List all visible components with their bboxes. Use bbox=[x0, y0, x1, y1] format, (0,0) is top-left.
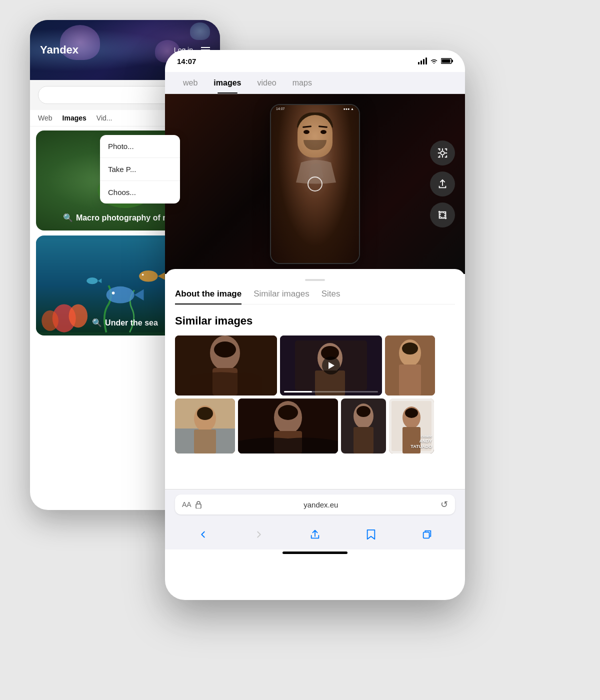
svg-point-40 bbox=[214, 342, 236, 358]
main-image-area: 14:07 ●●● ▲ bbox=[165, 94, 465, 274]
tab-web[interactable]: web bbox=[175, 72, 206, 94]
refresh-button[interactable]: ↺ bbox=[440, 499, 448, 510]
photo-dropdown: Photo... Take P... Choos... bbox=[100, 135, 180, 204]
similar-image-4[interactable] bbox=[175, 398, 235, 454]
eye-right bbox=[320, 130, 326, 134]
svg-point-30 bbox=[142, 274, 144, 276]
svg-point-22 bbox=[42, 310, 58, 331]
video-progress-bar bbox=[284, 391, 378, 392]
inner-phone-frame: 14:07 ●●● ▲ bbox=[270, 104, 360, 264]
play-overlay-2 bbox=[280, 336, 382, 396]
tab-sites[interactable]: Sites bbox=[322, 289, 340, 304]
bookmarks-button[interactable] bbox=[360, 524, 382, 546]
result-tabs: About the image Similar images Sites bbox=[175, 289, 455, 304]
aa-button[interactable]: AA bbox=[182, 500, 192, 508]
header-actions: Log in bbox=[174, 46, 210, 54]
magazine-text: cidade ANDY TATUADO bbox=[410, 434, 432, 450]
svg-point-28 bbox=[139, 270, 158, 282]
browser-tabs: web images video maps bbox=[165, 72, 465, 94]
share-nav-button[interactable] bbox=[304, 524, 326, 546]
svg-point-67 bbox=[405, 408, 418, 418]
image-row-1 bbox=[175, 336, 455, 396]
image-row-2: cidade ANDY TATUADO bbox=[175, 398, 455, 454]
similar-images-title: Similar images bbox=[175, 314, 455, 328]
status-icons bbox=[418, 58, 453, 64]
eye-left bbox=[304, 130, 310, 134]
browser-nav-bar bbox=[165, 520, 465, 550]
svg-rect-34 bbox=[452, 60, 454, 62]
signal-icon bbox=[418, 58, 427, 64]
back-button[interactable] bbox=[192, 524, 214, 546]
status-bar: 14:07 bbox=[165, 50, 465, 72]
dropdown-photo[interactable]: Photo... bbox=[100, 135, 180, 158]
login-button[interactable]: Log in bbox=[174, 46, 193, 54]
menu-icon[interactable] bbox=[201, 47, 210, 53]
face-skin bbox=[298, 115, 332, 158]
browser-bottom: AA yandex.eu ↺ bbox=[165, 489, 465, 520]
url-text[interactable]: yandex.eu bbox=[206, 500, 436, 509]
inner-status-bar: 14:07 ●●● ▲ bbox=[276, 107, 354, 110]
home-indicator[interactable] bbox=[282, 552, 348, 554]
svg-point-36 bbox=[440, 151, 444, 154]
scan-button[interactable] bbox=[430, 140, 455, 166]
similar-image-6[interactable] bbox=[341, 398, 386, 454]
similar-image-5[interactable] bbox=[238, 398, 338, 454]
play-button-2[interactable] bbox=[322, 356, 340, 374]
similar-image-1[interactable] bbox=[175, 336, 277, 396]
similar-images-grid: cidade ANDY TATUADO bbox=[175, 336, 455, 454]
svg-rect-37 bbox=[440, 212, 444, 217]
share-button[interactable] bbox=[430, 172, 455, 196]
dropdown-choose[interactable]: Choos... bbox=[100, 181, 180, 204]
svg-rect-69 bbox=[196, 504, 201, 508]
similar-image-7[interactable]: cidade ANDY TATUADO bbox=[389, 398, 434, 454]
svg-point-27 bbox=[112, 292, 115, 294]
target-circle bbox=[308, 176, 322, 192]
svg-rect-50 bbox=[399, 364, 421, 396]
similar-image-3[interactable] bbox=[385, 336, 435, 396]
nav-video[interactable]: Vid... bbox=[96, 114, 112, 122]
tab-similar-images[interactable]: Similar images bbox=[254, 289, 309, 304]
status-time: 14:07 bbox=[177, 57, 196, 66]
tabs-button[interactable] bbox=[416, 524, 438, 546]
portrait-image: 14:07 ●●● ▲ bbox=[271, 105, 359, 263]
dropdown-take-photo[interactable]: Take P... bbox=[100, 158, 180, 181]
svg-point-54 bbox=[197, 407, 213, 420]
yandex-logo: Yandex bbox=[40, 44, 78, 56]
svg-rect-70 bbox=[424, 532, 430, 538]
nav-images[interactable]: Images bbox=[62, 114, 86, 122]
battery-icon bbox=[441, 58, 453, 64]
beard bbox=[304, 140, 326, 150]
wifi-icon bbox=[430, 58, 438, 64]
front-phone: 14:07 web images video maps bbox=[165, 50, 465, 600]
jellyfish-decoration-3 bbox=[190, 22, 210, 40]
lock-icon bbox=[196, 501, 202, 508]
eyebrow-right bbox=[318, 126, 328, 128]
svg-point-21 bbox=[69, 304, 88, 328]
address-bar[interactable]: AA yandex.eu ↺ bbox=[175, 494, 455, 514]
eyebrow-left bbox=[302, 126, 312, 128]
tab-maps[interactable]: maps bbox=[284, 72, 320, 94]
svg-rect-35 bbox=[442, 60, 450, 63]
action-buttons bbox=[430, 140, 455, 228]
svg-point-58 bbox=[278, 405, 298, 420]
tab-about-image[interactable]: About the image bbox=[175, 289, 242, 304]
tab-images[interactable]: images bbox=[206, 72, 249, 94]
svg-point-62 bbox=[356, 406, 370, 417]
drag-handle[interactable] bbox=[305, 279, 325, 281]
nav-web[interactable]: Web bbox=[38, 114, 52, 122]
svg-rect-55 bbox=[194, 430, 216, 454]
results-panel: About the image Similar images Sites Sim… bbox=[165, 269, 465, 489]
forward-button[interactable] bbox=[248, 524, 270, 546]
svg-point-31 bbox=[86, 278, 98, 284]
tab-video[interactable]: video bbox=[250, 72, 284, 94]
ocean-card-label: 🔍 Under the sea bbox=[92, 318, 158, 328]
crop-button[interactable] bbox=[430, 202, 455, 228]
svg-rect-63 bbox=[354, 427, 374, 454]
svg-point-25 bbox=[106, 286, 134, 304]
similar-image-2[interactable] bbox=[280, 336, 382, 396]
svg-point-49 bbox=[402, 342, 418, 354]
